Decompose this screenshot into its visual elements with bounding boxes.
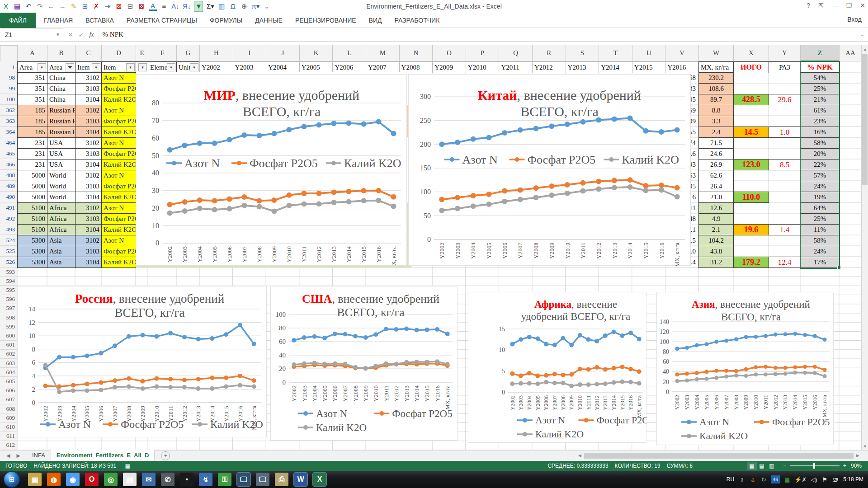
col-header-Z[interactable]: Z (800, 45, 840, 61)
chart-china[interactable]: 050100150200250300Y2002Y2003Y2004Y2005Y2… (408, 74, 691, 266)
network-icon[interactable]: 🖳 (832, 476, 839, 483)
row-header-364[interactable]: 364 (0, 127, 17, 137)
sign-in-link[interactable]: Вход (847, 16, 862, 23)
cell-W100[interactable]: 89.7 (698, 94, 734, 105)
cell-B98[interactable]: China (47, 72, 75, 84)
col-header-O[interactable]: O (432, 45, 466, 61)
cell-D488[interactable]: Азот N (101, 170, 136, 181)
sheet-nav-arrows[interactable]: ◀▶ (0, 453, 27, 459)
header-cell-Y2015[interactable]: Y2015 (632, 61, 666, 73)
filter-dropdown-icon[interactable]: ▼ (38, 63, 46, 71)
notes-icon[interactable]: ▤ (123, 473, 137, 486)
header-cell-C1[interactable]: Item▼ (75, 61, 102, 73)
cell-D98[interactable]: Азот N (101, 72, 136, 84)
cell-A100[interactable]: 351 (17, 94, 47, 105)
cell-B364[interactable]: Russian F (47, 127, 75, 138)
row-header-597[interactable]: 597 (0, 304, 17, 313)
cell-C493[interactable]: 3104 (75, 224, 102, 235)
ribbon-tab-вставка[interactable]: ВСТАВКА (79, 13, 120, 28)
zoom-slider[interactable]: − + (783, 463, 846, 469)
row-header-596[interactable]: 596 (0, 295, 17, 304)
header-cell-Z1[interactable]: % NPK (800, 61, 840, 73)
speaker-icon[interactable]: ◁) (810, 476, 817, 483)
excel-icon[interactable]: X (313, 473, 326, 486)
col-header-R[interactable]: R (532, 45, 566, 61)
row-header-525[interactable]: 525 (0, 246, 17, 257)
cell-B489[interactable]: World (47, 181, 75, 192)
cell-B362[interactable]: Russian F (47, 105, 75, 116)
header-cell-Y2004[interactable]: Y2004 (266, 61, 300, 73)
cell-A524[interactable]: 5300 (17, 235, 47, 246)
col-header-H[interactable]: H (199, 45, 233, 61)
row-header-1[interactable]: 1 (0, 61, 17, 73)
row-header-612[interactable]: 612 (0, 441, 17, 450)
selection-fill-handle[interactable] (837, 266, 841, 269)
hyperlink-icon[interactable]: ⊕ (240, 1, 248, 11)
cell-D493[interactable]: Калий K2O (101, 224, 136, 235)
cell-C364[interactable]: 3104 (75, 127, 102, 138)
page-break-view-icon[interactable]: ▥ (767, 462, 777, 470)
filter-dropdown-icon[interactable]: ▼ (167, 63, 175, 71)
globe-icon[interactable]: ◎ (104, 473, 118, 486)
header-cell-Y2005[interactable]: Y2005 (299, 61, 333, 73)
col-header-I[interactable]: I (233, 45, 267, 61)
cell-X493[interactable]: 19.6 (733, 224, 769, 235)
cell-C100[interactable]: 3104 (75, 94, 102, 105)
col-header-J[interactable]: J (266, 45, 300, 61)
row-header-602[interactable]: 602 (0, 350, 17, 359)
ribbon-tab-главная[interactable]: ГЛАВНАЯ (38, 13, 79, 28)
formula-bar-expand-icon[interactable]: ⌄ (860, 32, 868, 38)
delete-cells-icon[interactable]: ✗ (92, 1, 100, 11)
select-all-corner[interactable] (0, 45, 18, 62)
cell-C524[interactable]: 3102 (75, 235, 102, 246)
cell-Z489[interactable]: 24% (800, 181, 840, 192)
cell-Z492[interactable]: 25% (800, 213, 840, 225)
cell-B490[interactable]: World (47, 192, 75, 203)
back-icon[interactable]: ← (47, 1, 55, 11)
cell-C492[interactable]: 3103 (75, 213, 102, 225)
sync-icon[interactable]: ↻ (760, 476, 767, 483)
header-cell-B1[interactable]: Area (47, 61, 75, 73)
filter-applied-icon[interactable] (66, 63, 74, 71)
cell-D465[interactable]: Фосфат P2O5 (101, 148, 136, 160)
header-cell-Y2016[interactable]: Y2016 (665, 61, 699, 73)
col-header-F[interactable]: F (148, 45, 177, 61)
col-header-U[interactable]: U (632, 45, 666, 61)
cell-X364[interactable]: 14.5 (733, 127, 769, 138)
zoom-knob[interactable] (813, 463, 815, 469)
ribbon-tab-рецензирование[interactable]: РЕЦЕНЗИРОВАНИЕ (289, 13, 363, 28)
restore-button[interactable]: ❐ (846, 2, 852, 9)
cell-B99[interactable]: China (47, 83, 75, 94)
cell-Z526[interactable]: 17% (800, 257, 840, 268)
cell-D464[interactable]: Азот N (101, 137, 136, 149)
cell-B466[interactable]: USA (47, 159, 75, 170)
cell-D490[interactable]: Калий K2O (101, 192, 136, 203)
row-header-610[interactable]: 610 (0, 422, 17, 432)
new-sheet-button[interactable]: + (161, 451, 170, 460)
delete-col-icon[interactable]: ⊠ (137, 1, 146, 11)
cell-A525[interactable]: 5300 (17, 246, 47, 257)
header-cell-E1[interactable]: Ele▼ (136, 61, 148, 73)
ribbon-options-button[interactable]: ⇱ (818, 2, 824, 9)
phone-icon[interactable]: ✆ (161, 473, 175, 486)
cell-B464[interactable]: USA (47, 137, 75, 149)
mail-icon[interactable]: ✉ (142, 473, 156, 486)
col-header-Q[interactable]: Q (499, 45, 533, 61)
row-header-611[interactable]: 611 (0, 432, 17, 441)
col-header-K[interactable]: K (299, 45, 333, 61)
cell-Z99[interactable]: 25% (800, 83, 840, 94)
row-header-526[interactable]: 526 (0, 257, 17, 267)
cell-W526[interactable]: 31.2 (698, 257, 734, 268)
header-cell-Y2006[interactable]: Y2006 (332, 61, 366, 73)
row-header-98[interactable]: 98 (0, 72, 17, 83)
col-header-T[interactable]: T (599, 45, 632, 61)
cell-B363[interactable]: Russian F (47, 116, 75, 127)
insert-function-icon[interactable]: fx (89, 31, 94, 38)
cell-B100[interactable]: China (47, 94, 75, 105)
cell-D492[interactable]: Фосфат P2O5 (101, 213, 136, 225)
ribbon-tab-вид[interactable]: ВИД (363, 13, 388, 28)
scroll-down-icon[interactable]: ▼ (862, 442, 868, 450)
cell-C490[interactable]: 3104 (75, 192, 102, 203)
cell-Y493[interactable]: 1.4 (769, 224, 801, 235)
font-underline-icon[interactable]: A (149, 2, 157, 11)
